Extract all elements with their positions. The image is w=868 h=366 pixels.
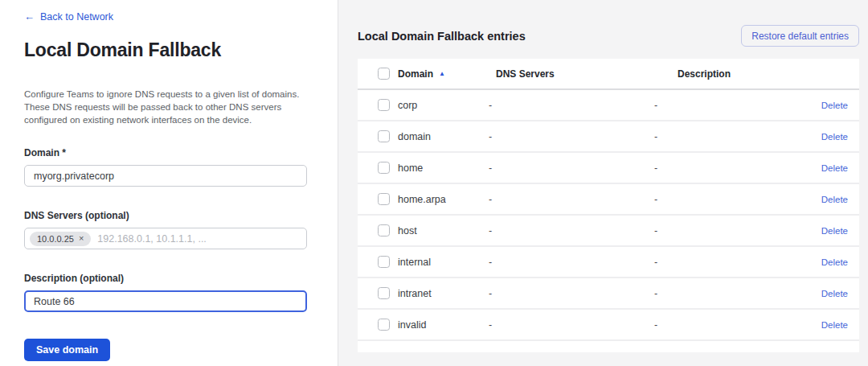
delete-link[interactable]: Delete: [821, 257, 848, 267]
table-body: corp - - Delete domain - - Delete home -…: [358, 90, 859, 341]
domain-column-label: Domain: [398, 68, 433, 80]
table-row: host - - Delete: [358, 216, 859, 247]
row-dns-servers: -: [489, 100, 654, 111]
domain-input[interactable]: [24, 165, 307, 187]
delete-link[interactable]: Delete: [821, 101, 848, 110]
row-domain: intranet: [398, 288, 489, 299]
delete-link[interactable]: Delete: [821, 132, 848, 142]
dns-servers-label: DNS Servers (optional): [24, 210, 307, 221]
table-row: internal - - Delete: [358, 247, 859, 278]
delete-link[interactable]: Delete: [821, 320, 848, 330]
column-header-description[interactable]: Description: [654, 68, 803, 80]
row-checkbox[interactable]: [378, 99, 390, 111]
row-dns-servers: -: [489, 225, 654, 236]
row-description: -: [654, 257, 803, 268]
row-checkbox[interactable]: [378, 224, 390, 236]
table-row: corp - - Delete: [358, 90, 859, 121]
row-dns-servers: -: [489, 257, 654, 268]
back-arrow-icon: ←: [24, 11, 35, 22]
row-description: -: [654, 100, 803, 111]
row-dns-servers: -: [489, 194, 654, 205]
description-label: Description (optional): [24, 273, 307, 284]
row-domain: host: [398, 225, 489, 236]
domain-label: Domain *: [24, 147, 307, 158]
page-title: Local Domain Fallback: [24, 39, 307, 61]
table-row: home - - Delete: [358, 153, 859, 184]
row-dns-servers: -: [489, 288, 654, 299]
row-description: -: [654, 288, 803, 299]
row-domain: home: [398, 162, 489, 174]
row-checkbox[interactable]: [378, 256, 390, 268]
entries-header: Local Domain Fallback entries Restore de…: [358, 25, 859, 47]
table-row: invalid - - Delete: [358, 310, 859, 341]
row-checkbox[interactable]: [378, 130, 390, 142]
entries-panel: Local Domain Fallback entries Restore de…: [338, 0, 868, 366]
row-checkbox[interactable]: [378, 287, 390, 299]
column-header-domain[interactable]: Domain ▲: [398, 68, 489, 80]
entries-table: Domain ▲ DNS Servers Description corp - …: [358, 59, 859, 352]
row-domain: internal: [398, 257, 489, 268]
delete-link[interactable]: Delete: [821, 289, 848, 298]
row-checkbox[interactable]: [378, 162, 390, 174]
row-description: -: [654, 162, 803, 174]
back-link-label: Back to Network: [40, 11, 113, 23]
dns-servers-input[interactable]: 10.0.0.25 ×: [24, 228, 307, 249]
restore-default-entries-button[interactable]: Restore default entries: [741, 25, 859, 47]
column-header-dns-servers[interactable]: DNS Servers: [489, 68, 654, 80]
remove-tag-icon[interactable]: ×: [79, 234, 84, 243]
table-row: domain - - Delete: [358, 121, 859, 153]
row-description: -: [654, 319, 803, 331]
dns-servers-text-input[interactable]: [97, 233, 301, 245]
back-to-network-link[interactable]: ← Back to Network: [24, 11, 113, 23]
row-checkbox[interactable]: [378, 319, 390, 331]
row-domain: invalid: [398, 319, 489, 331]
table-overflow-clip: [358, 341, 859, 352]
sort-ascending-icon: ▲: [439, 71, 445, 77]
row-dns-servers: -: [489, 131, 654, 142]
table-row: home.arpa - - Delete: [358, 184, 859, 216]
delete-link[interactable]: Delete: [821, 195, 848, 204]
table-header-row: Domain ▲ DNS Servers Description: [358, 59, 859, 90]
dns-server-tag: 10.0.0.25 ×: [30, 232, 91, 246]
row-checkbox[interactable]: [378, 193, 390, 205]
delete-link[interactable]: Delete: [821, 226, 848, 236]
page-description: Configure Teams to ignore DNS requests t…: [24, 88, 302, 126]
dns-server-tag-value: 10.0.0.25: [37, 234, 74, 244]
row-dns-servers: -: [489, 319, 654, 331]
row-description: -: [654, 225, 803, 236]
row-description: -: [654, 131, 803, 142]
settings-panel: ← Back to Network Local Domain Fallback …: [0, 0, 338, 366]
row-domain: corp: [398, 100, 489, 111]
row-domain: home.arpa: [398, 194, 489, 205]
row-dns-servers: -: [489, 162, 654, 174]
row-domain: domain: [398, 131, 489, 142]
table-row: intranet - - Delete: [358, 278, 859, 310]
delete-link[interactable]: Delete: [821, 163, 848, 173]
row-description: -: [654, 194, 803, 205]
entries-title: Local Domain Fallback entries: [358, 30, 526, 43]
description-input[interactable]: [24, 290, 307, 312]
select-all-checkbox[interactable]: [378, 68, 390, 80]
save-domain-button[interactable]: Save domain: [24, 339, 110, 361]
